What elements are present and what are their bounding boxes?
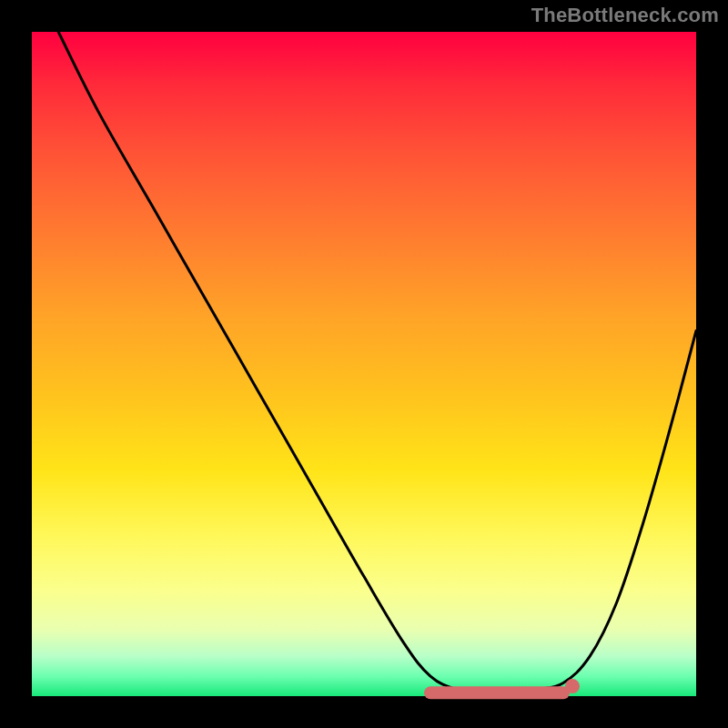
attribution-text: TheBottleneck.com — [531, 4, 719, 27]
chart-frame: TheBottleneck.com — [0, 0, 728, 728]
curve-group — [58, 32, 696, 693]
plot-area — [32, 32, 696, 696]
bottleneck-curve — [58, 32, 696, 693]
chart-svg — [32, 32, 696, 696]
optimal-marker — [565, 679, 580, 693]
